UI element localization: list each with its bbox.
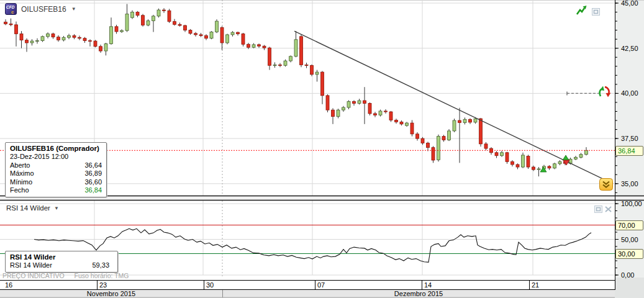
restore-chart-button[interactable] — [592, 8, 600, 16]
open-value: 36,64 — [84, 161, 102, 170]
high-label: Máximo — [10, 169, 34, 178]
candle-up — [574, 157, 578, 159]
instrument-header[interactable]: CFD c OILUSFEB16 ▼ — [5, 3, 76, 15]
candle-up — [315, 72, 319, 74]
green-zigzag-arrow-icon — [576, 5, 587, 16]
candle-down — [305, 65, 308, 65]
tooltip-row-open: Aberto 36,64 — [10, 161, 102, 170]
candle-down — [389, 112, 392, 120]
rsi-axis-label: 100,00 — [621, 200, 642, 207]
rsi-row-value: 59,33 — [92, 261, 113, 270]
open-label: Aberto — [10, 161, 30, 170]
candle-down — [83, 38, 86, 41]
candle-up — [47, 34, 50, 36]
candle-down — [199, 35, 202, 35]
candle-down — [432, 148, 435, 160]
candle-up — [152, 16, 155, 21]
overbought-level-box: 70,00 — [615, 220, 643, 230]
candle-down — [374, 114, 377, 115]
candle-down — [25, 40, 29, 43]
rsi-tooltip: RSI 14 Wilder RSI 14 Wilder 59,33 — [5, 251, 118, 273]
candle-up — [157, 10, 160, 16]
candle-down — [52, 34, 55, 37]
candle-down — [4, 22, 7, 24]
cfd-instrument-icon: CFD c — [5, 3, 17, 15]
candle-down — [220, 27, 224, 43]
candle-up — [110, 27, 113, 44]
date-label: 07 — [317, 281, 325, 289]
candle-down — [506, 153, 509, 162]
candle-down — [363, 101, 366, 103]
candle-down — [194, 34, 197, 35]
rsi-indicator-header[interactable]: RSI 14 Wilder ▼ — [6, 204, 59, 212]
candle-down — [263, 46, 266, 48]
candle-down — [400, 122, 403, 124]
candle-down — [326, 96, 329, 110]
tooltip-datetime: 23-Dez-2015 12:00 — [10, 153, 102, 161]
last-price-box: 36,84 — [615, 146, 643, 156]
double-chevron-down-icon — [599, 178, 613, 191]
candle-up — [125, 14, 129, 30]
candle-up — [342, 107, 345, 110]
date-label: 16 — [5, 281, 12, 289]
candle-up — [347, 101, 350, 107]
price-axis-label: 37,50 — [621, 135, 638, 142]
candle-down — [279, 65, 282, 65]
candle-down — [527, 156, 530, 167]
candle-up — [406, 123, 409, 125]
double-chevron-down-button[interactable] — [599, 178, 613, 191]
candle-down — [115, 27, 118, 32]
candle-up — [41, 37, 44, 41]
candle-down — [242, 34, 245, 44]
candle-down — [247, 44, 250, 47]
date-label: 23 — [99, 281, 107, 289]
candle-up — [147, 20, 150, 25]
candle-down — [73, 35, 76, 37]
candle-up — [104, 43, 107, 51]
candle-up — [294, 40, 297, 56]
rsi-tooltip-row: RSI 14 Wilder 59,33 — [10, 261, 113, 270]
candle-down — [173, 22, 176, 25]
candle-down — [163, 10, 166, 11]
month-label: Dezembro 2015 — [394, 290, 443, 297]
quick-trade-icon[interactable] — [576, 5, 587, 16]
candle-down — [9, 24, 12, 24]
candle-down — [311, 65, 314, 74]
green-red-arrows-icon — [597, 85, 612, 98]
date-strip — [0, 281, 615, 290]
candle-up — [579, 155, 583, 158]
candle-down — [353, 101, 356, 103]
restore-indicator-button[interactable] — [594, 205, 602, 213]
candle-up — [62, 37, 65, 40]
candle-down — [548, 166, 551, 168]
restore-window-icon — [594, 205, 602, 213]
candle-down — [427, 143, 430, 147]
chevron-down-icon[interactable]: ▼ — [54, 205, 59, 211]
close-indicator-button[interactable] — [604, 205, 612, 213]
candle-down — [237, 32, 240, 34]
trading-chart-window: 45,0042,5040,0037,5035,00100,0050,000,00… — [0, 0, 644, 298]
candle-down — [410, 123, 414, 134]
candle-up — [36, 40, 39, 41]
candle-down — [442, 137, 445, 140]
candle-up — [284, 61, 287, 65]
candle-down — [421, 138, 424, 143]
candle-down — [268, 48, 271, 65]
chevron-down-icon[interactable]: ▼ — [71, 6, 76, 12]
svg-text:CFD: CFD — [6, 5, 15, 9]
rsi-tooltip-title: RSI 14 Wilder — [10, 253, 113, 261]
tooltip-title: OILUSFEB16 (Comprador) — [10, 144, 102, 153]
low-label: Mínimo — [10, 178, 32, 187]
candle-down — [332, 110, 335, 116]
rsi-header-label: RSI 14 Wilder — [6, 204, 50, 212]
symbol-label: OILUSFEB16 — [21, 5, 66, 14]
candle-up — [273, 65, 276, 65]
candle-down — [205, 35, 208, 38]
candle-down — [495, 153, 498, 156]
reverse-position-icon[interactable] — [597, 85, 612, 98]
candle-up — [558, 161, 561, 163]
candle-down — [178, 24, 181, 25]
svg-text:c: c — [11, 9, 14, 15]
price-axis-label: 42,50 — [621, 45, 638, 52]
candle-up — [474, 119, 477, 122]
